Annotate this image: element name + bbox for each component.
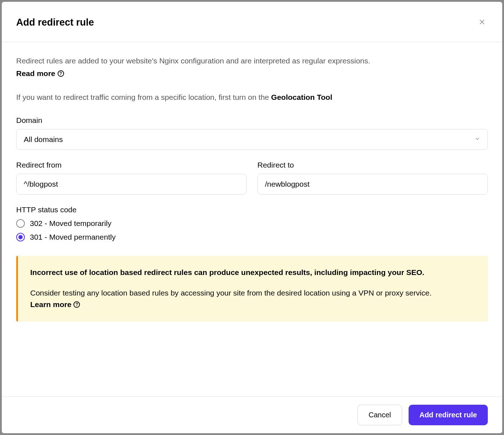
warning-title: Incorrect use of location based redirect… <box>30 267 476 279</box>
radio-icon-unchecked <box>16 219 25 228</box>
domain-label: Domain <box>16 116 488 125</box>
warning-body-text: Consider testing any location based rule… <box>30 289 432 297</box>
radio-302-label: 302 - Moved temporarily <box>30 219 111 228</box>
redirect-to-label: Redirect to <box>257 161 488 169</box>
domain-select-wrap: All domains <box>16 129 488 150</box>
read-more-label: Read more <box>16 69 55 78</box>
redirect-from-input[interactable] <box>16 174 247 195</box>
redirect-to-input[interactable] <box>257 174 488 195</box>
radio-301-label: 301 - Moved permanently <box>30 233 116 241</box>
geolocation-text: If you want to redirect traffic coming f… <box>16 92 488 103</box>
learn-more-link[interactable]: Learn more ? <box>30 299 80 311</box>
redirect-from-label: Redirect from <box>16 161 247 169</box>
modal-title: Add redirect rule <box>16 17 94 28</box>
radio-302[interactable]: 302 - Moved temporarily <box>16 219 488 228</box>
radio-dot <box>18 235 23 239</box>
redirect-from-col: Redirect from <box>16 161 247 195</box>
close-button[interactable] <box>476 16 488 29</box>
modal-body: Redirect rules are added to your website… <box>2 42 502 396</box>
geolocation-tool-link[interactable]: Geolocation Tool <box>271 93 332 101</box>
geo-prefix: If you want to redirect traffic coming f… <box>16 93 271 101</box>
add-redirect-button[interactable]: Add redirect rule <box>409 405 488 425</box>
domain-select[interactable]: All domains <box>16 129 488 150</box>
modal-header: Add redirect rule <box>2 2 502 42</box>
radio-301[interactable]: 301 - Moved permanently <box>16 233 488 241</box>
status-code-label: HTTP status code <box>16 205 488 214</box>
info-text: Redirect rules are added to your website… <box>16 55 488 67</box>
learn-more-label: Learn more <box>30 299 71 311</box>
modal-footer: Cancel Add redirect rule <box>2 396 502 433</box>
add-redirect-modal: Add redirect rule Redirect rules are add… <box>2 2 502 433</box>
radio-icon-checked <box>16 233 25 241</box>
cancel-button[interactable]: Cancel <box>357 405 402 425</box>
read-more-link[interactable]: Read more ? <box>16 69 64 78</box>
help-icon: ? <box>73 301 80 308</box>
status-code-group: HTTP status code 302 - Moved temporarily… <box>16 205 488 241</box>
close-icon <box>478 18 486 27</box>
help-icon: ? <box>58 70 64 77</box>
redirect-row: Redirect from Redirect to <box>16 161 488 195</box>
warning-box: Incorrect use of location based redirect… <box>16 256 488 321</box>
warning-body: Consider testing any location based rule… <box>30 287 476 311</box>
redirect-to-col: Redirect to <box>257 161 488 195</box>
